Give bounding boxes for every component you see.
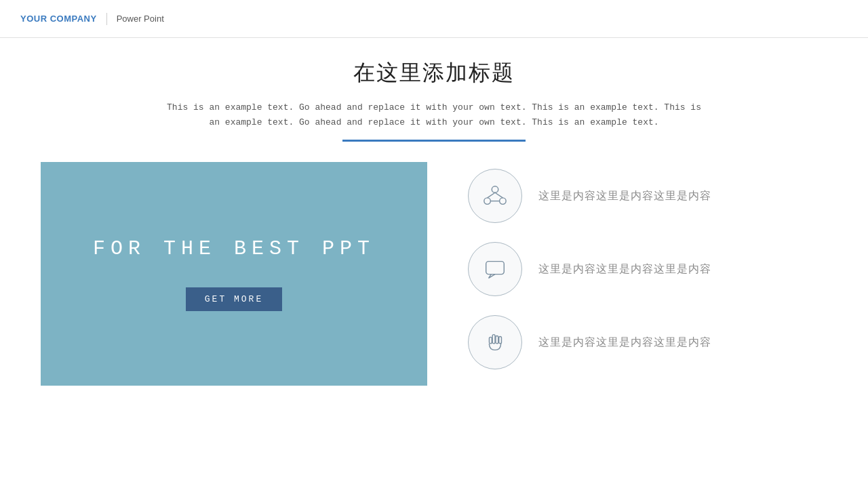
ppt-headline: FOR THE BEST PPT <box>93 237 375 260</box>
hand-icon <box>482 329 508 355</box>
main-content: 在这里添加标题 This is an example text. Go ahea… <box>0 38 868 399</box>
item-text-3: 这里是内容这里是内容这里是内容 <box>538 336 711 350</box>
chat-icon-circle <box>468 242 522 296</box>
hand-icon-circle <box>468 315 522 369</box>
get-more-button[interactable]: GET MORE <box>186 287 282 311</box>
list-item: 这里是内容这里是内容这里是内容 <box>468 242 827 296</box>
header-divider <box>106 13 107 25</box>
svg-rect-10 <box>489 338 492 344</box>
group-icon <box>482 183 508 209</box>
svg-line-4 <box>495 192 502 198</box>
company-name: YOUR COMPANY <box>20 14 97 24</box>
page-title: 在这里添加标题 <box>41 58 827 88</box>
chat-icon <box>482 256 508 282</box>
title-section: 在这里添加标题 This is an example text. Go ahea… <box>41 58 827 142</box>
svg-rect-9 <box>499 337 502 344</box>
title-underbar <box>342 140 526 142</box>
list-item: 这里是内容这里是内容这里是内容 <box>468 169 827 223</box>
item-text-1: 这里是内容这里是内容这里是内容 <box>538 189 711 203</box>
right-panel: 这里是内容这里是内容这里是内容 这里是内容这里是内容这里是内容 <box>468 162 827 369</box>
content-area: FOR THE BEST PPT GET MORE <box>41 162 827 386</box>
subtitle-text: This is an example text. Go ahead and re… <box>163 100 705 130</box>
app-name: Power Point <box>117 14 164 24</box>
svg-rect-6 <box>486 262 505 274</box>
svg-line-3 <box>488 192 495 198</box>
left-panel: FOR THE BEST PPT GET MORE <box>41 162 427 386</box>
svg-point-0 <box>492 186 498 193</box>
list-item: 这里是内容这里是内容这里是内容 <box>468 315 827 369</box>
header: YOUR COMPANY Power Point <box>0 0 868 38</box>
item-text-2: 这里是内容这里是内容这里是内容 <box>538 262 711 277</box>
svg-rect-8 <box>496 336 498 344</box>
svg-rect-7 <box>492 335 495 344</box>
group-icon-circle <box>468 169 522 223</box>
svg-point-1 <box>484 198 491 205</box>
svg-point-2 <box>500 198 507 205</box>
